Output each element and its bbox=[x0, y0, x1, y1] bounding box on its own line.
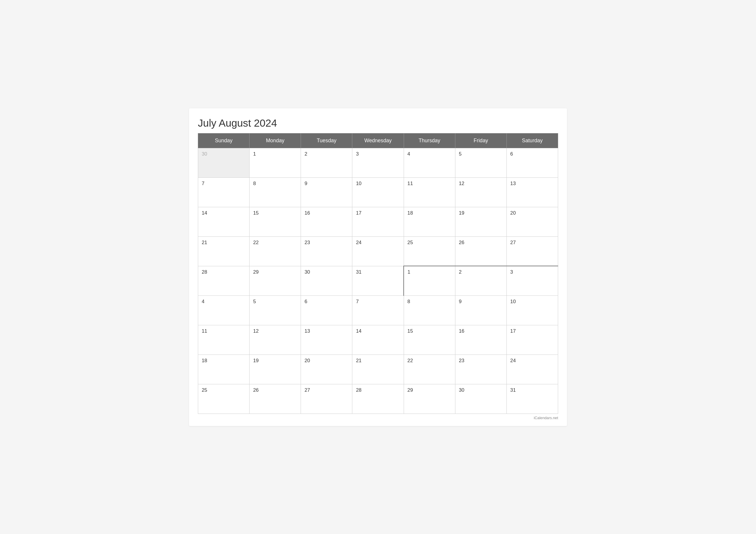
calendar-day: 1 bbox=[404, 266, 455, 296]
calendar-day: 24 bbox=[506, 355, 558, 384]
calendar-day: 17 bbox=[506, 325, 558, 355]
calendar-day: 17 bbox=[352, 207, 404, 236]
calendar-day: 29 bbox=[404, 384, 455, 414]
calendar-day: 14 bbox=[198, 207, 250, 236]
calendar-day: 22 bbox=[250, 236, 301, 266]
calendar-day: 25 bbox=[198, 384, 250, 414]
calendar-day: 19 bbox=[455, 207, 506, 236]
calendar-day: 12 bbox=[250, 325, 301, 355]
calendar-day: 5 bbox=[455, 148, 506, 177]
calendar-day: 3 bbox=[352, 148, 404, 177]
calendar-title: July August 2024 bbox=[198, 117, 558, 129]
calendar-day: 23 bbox=[455, 355, 506, 384]
calendar-day: 22 bbox=[404, 355, 455, 384]
header-day-friday: Friday bbox=[455, 133, 506, 148]
footer-credit: iCalendars.net bbox=[198, 415, 558, 420]
calendar-day: 31 bbox=[506, 384, 558, 414]
calendar-day: 10 bbox=[352, 177, 404, 207]
calendar-day: 18 bbox=[198, 355, 250, 384]
calendar-day: 8 bbox=[250, 177, 301, 207]
week-row: 78910111213 bbox=[198, 177, 558, 207]
calendar-day: 30 bbox=[455, 384, 506, 414]
calendar-day: 9 bbox=[455, 296, 506, 325]
calendar-day: 19 bbox=[250, 355, 301, 384]
calendar-day: 3 bbox=[506, 266, 558, 296]
calendar-day: 24 bbox=[352, 236, 404, 266]
calendar-day: 21 bbox=[352, 355, 404, 384]
calendar-day: 18 bbox=[404, 207, 455, 236]
calendar-day: 15 bbox=[404, 325, 455, 355]
calendar-day: 8 bbox=[404, 296, 455, 325]
calendar-container: July August 2024 SundayMondayTuesdayWedn… bbox=[189, 108, 567, 426]
calendar-day: 28 bbox=[198, 266, 250, 296]
calendar-day: 28 bbox=[352, 384, 404, 414]
calendar-day: 16 bbox=[301, 207, 352, 236]
calendar-table: SundayMondayTuesdayWednesdayThursdayFrid… bbox=[198, 133, 558, 414]
header-day-wednesday: Wednesday bbox=[352, 133, 404, 148]
header-day-monday: Monday bbox=[250, 133, 301, 148]
calendar-day: 1 bbox=[250, 148, 301, 177]
week-row: 45678910 bbox=[198, 296, 558, 325]
week-row: 11121314151617 bbox=[198, 325, 558, 355]
calendar-day: 6 bbox=[301, 296, 352, 325]
calendar-day: 9 bbox=[301, 177, 352, 207]
calendar-day: 10 bbox=[506, 296, 558, 325]
calendar-day: 4 bbox=[404, 148, 455, 177]
calendar-day: 12 bbox=[455, 177, 506, 207]
calendar-day: 6 bbox=[506, 148, 558, 177]
calendar-day: 5 bbox=[250, 296, 301, 325]
calendar-day: 30 bbox=[301, 266, 352, 296]
calendar-day: 27 bbox=[506, 236, 558, 266]
week-row: 28293031123 bbox=[198, 266, 558, 296]
week-row: 14151617181920 bbox=[198, 207, 558, 236]
week-row: 21222324252627 bbox=[198, 236, 558, 266]
week-row: 18192021222324 bbox=[198, 355, 558, 384]
calendar-day: 27 bbox=[301, 384, 352, 414]
calendar-day: 13 bbox=[301, 325, 352, 355]
calendar-day: 31 bbox=[352, 266, 404, 296]
week-row: 30123456 bbox=[198, 148, 558, 177]
calendar-day: 26 bbox=[455, 236, 506, 266]
calendar-day: 11 bbox=[404, 177, 455, 207]
calendar-day: 2 bbox=[455, 266, 506, 296]
header-day-sunday: Sunday bbox=[198, 133, 250, 148]
calendar-day: 15 bbox=[250, 207, 301, 236]
calendar-day: 14 bbox=[352, 325, 404, 355]
week-row: 25262728293031 bbox=[198, 384, 558, 414]
calendar-day: 7 bbox=[198, 177, 250, 207]
calendar-day: 21 bbox=[198, 236, 250, 266]
header-row: SundayMondayTuesdayWednesdayThursdayFrid… bbox=[198, 133, 558, 148]
calendar-day: 23 bbox=[301, 236, 352, 266]
calendar-day: 7 bbox=[352, 296, 404, 325]
calendar-day: 29 bbox=[250, 266, 301, 296]
calendar-day: 20 bbox=[506, 207, 558, 236]
calendar-day: 25 bbox=[404, 236, 455, 266]
calendar-day: 20 bbox=[301, 355, 352, 384]
header-day-tuesday: Tuesday bbox=[301, 133, 352, 148]
header-day-saturday: Saturday bbox=[506, 133, 558, 148]
calendar-day: 16 bbox=[455, 325, 506, 355]
calendar-day: 11 bbox=[198, 325, 250, 355]
calendar-day: 13 bbox=[506, 177, 558, 207]
calendar-day: 26 bbox=[250, 384, 301, 414]
calendar-day: 4 bbox=[198, 296, 250, 325]
calendar-day: 30 bbox=[198, 148, 250, 177]
calendar-day: 2 bbox=[301, 148, 352, 177]
header-day-thursday: Thursday bbox=[404, 133, 455, 148]
